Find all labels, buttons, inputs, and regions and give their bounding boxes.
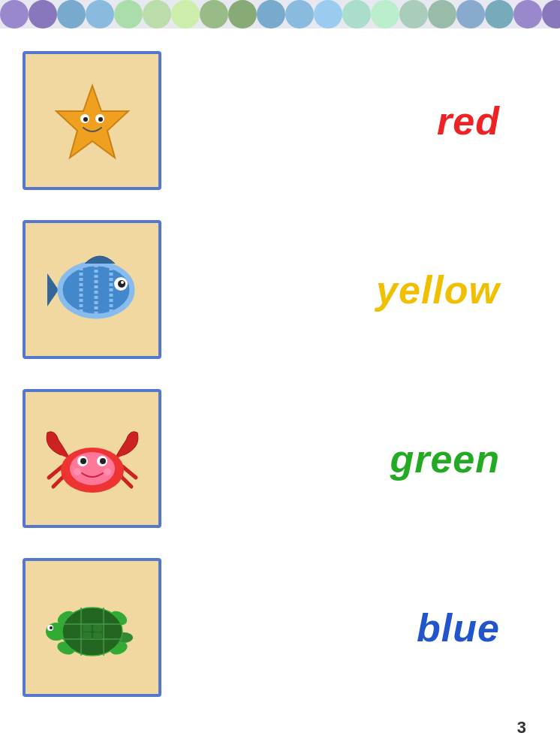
fish-image	[40, 237, 145, 342]
dot	[57, 0, 86, 29]
dot	[399, 0, 428, 29]
svg-marker-0	[56, 86, 128, 158]
svg-point-24	[74, 468, 81, 475]
svg-rect-41	[93, 625, 102, 632]
fish-card	[23, 220, 161, 359]
dot	[228, 0, 257, 29]
svg-line-16	[122, 466, 136, 478]
page-content: red	[0, 29, 560, 751]
svg-point-33	[50, 626, 53, 629]
row-fish: yellow	[23, 220, 530, 359]
color-label-red: red	[437, 98, 500, 143]
row-crab: green	[23, 389, 530, 528]
svg-point-25	[104, 468, 111, 475]
dot	[29, 0, 57, 29]
svg-rect-40	[83, 625, 92, 632]
dot	[428, 0, 456, 29]
dot	[200, 0, 228, 29]
dot	[456, 0, 485, 29]
dot	[171, 0, 200, 29]
crab-image	[40, 406, 145, 511]
svg-point-4	[98, 117, 103, 122]
page-number: 3	[517, 718, 526, 737]
dot	[0, 0, 29, 29]
dot	[257, 0, 285, 29]
svg-point-23	[100, 458, 106, 464]
row-starfish: red	[23, 51, 530, 190]
turtle-image	[40, 575, 145, 680]
svg-marker-5	[47, 273, 59, 306]
svg-point-3	[83, 117, 88, 122]
dot	[342, 0, 371, 29]
turtle-card	[23, 558, 161, 697]
row-turtle: blue	[23, 558, 530, 697]
dot	[86, 0, 114, 29]
svg-point-22	[80, 458, 86, 464]
dots-row	[0, 0, 560, 29]
dot	[485, 0, 513, 29]
color-label-yellow: yellow	[376, 267, 500, 312]
dot	[314, 0, 342, 29]
svg-point-13	[121, 281, 124, 284]
color-label-blue: blue	[417, 605, 500, 650]
top-border	[0, 0, 560, 29]
svg-rect-42	[83, 632, 92, 639]
crab-card	[23, 389, 161, 528]
dot	[542, 0, 560, 29]
dot	[371, 0, 399, 29]
dot	[285, 0, 314, 29]
dot	[114, 0, 143, 29]
svg-rect-43	[93, 632, 102, 639]
dot	[513, 0, 542, 29]
starfish-image	[40, 68, 145, 173]
svg-line-14	[49, 466, 62, 478]
starfish-card	[23, 51, 161, 190]
dot	[143, 0, 171, 29]
color-label-green: green	[390, 436, 500, 481]
